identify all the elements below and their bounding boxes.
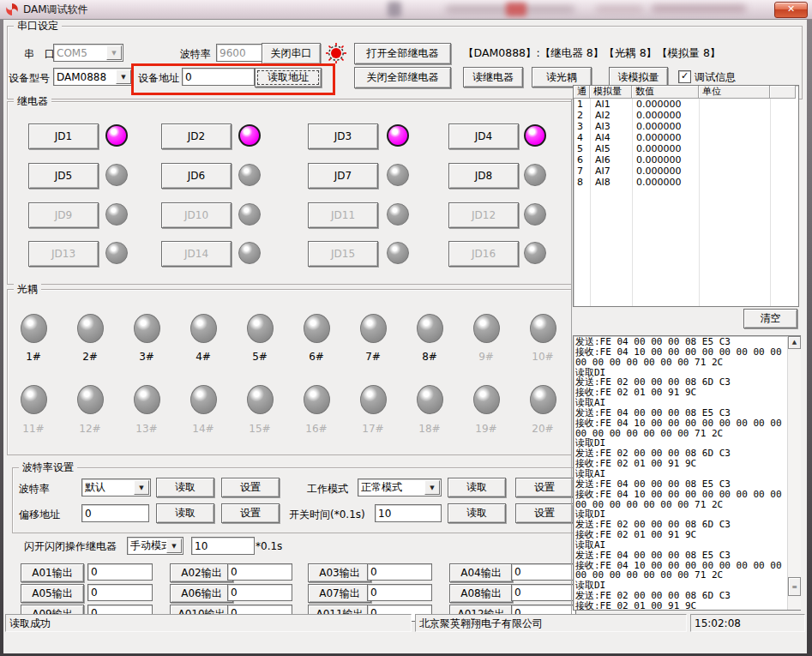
chevron-down-icon[interactable]: ▼ (166, 539, 182, 553)
output-input-A06[interactable]: 0 (227, 584, 292, 601)
chevron-down-icon[interactable]: ▼ (424, 480, 440, 495)
switch-set-button[interactable]: 设置 (515, 503, 574, 523)
analog-value: 0.000000 (636, 166, 682, 177)
flash-time-input[interactable]: 10 (191, 537, 255, 555)
analog-name: AI8 (595, 177, 611, 188)
analog-col-header[interactable]: 通 (574, 86, 590, 99)
output-button-A02[interactable]: A02输出 (170, 563, 233, 582)
output-input-A08[interactable]: 0 (511, 584, 576, 601)
analog-col-header[interactable]: 数值 (632, 86, 699, 99)
relay-button-jd13[interactable]: JD13 (28, 241, 99, 267)
read-address-button[interactable]: 读取地址 (255, 68, 322, 87)
analog-channel: 3 (577, 121, 583, 132)
relay-led-jd13 (105, 242, 128, 264)
device-address-input[interactable]: 0 (182, 68, 255, 86)
port-select[interactable]: COM5▼ (53, 44, 123, 62)
output-button-A07[interactable]: A07输出 (308, 584, 371, 603)
opto-led-17 (360, 385, 387, 414)
relay-button-jd6[interactable]: JD6 (161, 163, 232, 189)
opto-led-4 (190, 314, 217, 343)
opto-label-16: 16# (303, 423, 330, 435)
relay-button-jd4[interactable]: JD4 (448, 123, 519, 149)
workmode-read-button[interactable]: 读取 (448, 478, 506, 497)
output-button-A01[interactable]: A01输出 (21, 563, 84, 582)
scroll-up-icon[interactable]: ▲ (788, 336, 801, 349)
offset-set-button[interactable]: 设置 (221, 503, 280, 523)
relay-button-jd9[interactable]: JD9 (28, 202, 99, 228)
status-time: 15:02:08 (690, 614, 805, 632)
clear-log-button[interactable]: 清空 (743, 309, 797, 328)
baudrate-set-button[interactable]: 设置 (221, 478, 280, 497)
output-button-A03[interactable]: A03输出 (308, 563, 371, 582)
relay-led-jd10 (238, 203, 261, 226)
opto-label-10: 10# (529, 351, 556, 363)
debug-info-checkbox[interactable]: ✓ (678, 70, 691, 83)
open-all-relays-button[interactable]: 打开全部继电器 (354, 43, 451, 64)
analog-value: 0.000000 (636, 110, 682, 121)
address-label: 设备地址 (138, 72, 179, 84)
relay-button-jd10[interactable]: JD10 (161, 202, 232, 228)
switch-time-input[interactable]: 10 (375, 504, 442, 522)
relay-button-jd8[interactable]: JD8 (448, 163, 519, 189)
relay-button-jd11[interactable]: JD11 (308, 202, 378, 228)
close-serial-button[interactable]: 关闭串口 (262, 43, 321, 64)
output-input-A05[interactable]: 0 (87, 584, 153, 601)
status-company: 北京聚英翱翔电子有限公司 (415, 614, 687, 632)
offset-read-button[interactable]: 读取 (156, 503, 214, 523)
output-button-A05[interactable]: A05输出 (21, 584, 84, 603)
offset-address-input[interactable]: 0 (81, 504, 149, 522)
relay-led-jd1 (105, 124, 128, 147)
opto-label-15: 15# (246, 423, 274, 435)
baudrate-select[interactable]: 默认▼ (81, 478, 151, 497)
output-input-A01[interactable]: 0 (87, 563, 153, 581)
output-button-A04[interactable]: A04输出 (449, 563, 513, 582)
chevron-down-icon[interactable]: ▼ (106, 45, 122, 60)
switch-read-button[interactable]: 读取 (448, 503, 506, 523)
output-button-A06[interactable]: A06输出 (170, 584, 233, 603)
close-button[interactable]: ✕ (774, 2, 808, 18)
output-input-A04[interactable]: 0 (511, 563, 576, 581)
output-button-A08[interactable]: A08输出 (449, 584, 513, 603)
analog-channel: 2 (577, 110, 583, 121)
analog-col-header[interactable] (770, 86, 796, 99)
offset-address-label: 偏移地址 (19, 509, 60, 521)
chevron-down-icon[interactable]: ▼ (116, 69, 131, 84)
relay-led-jd14 (238, 242, 261, 264)
scrollbar-thumb[interactable]: ≡ (788, 577, 801, 596)
flash-mode-select[interactable]: 手动模式▼ (127, 537, 183, 555)
opto-group: 光耦 1#2#3#4#5#6#7#8#9#10#11#12#13#14#15#1… (7, 289, 572, 455)
relay-button-jd12[interactable]: JD12 (448, 202, 519, 228)
analog-name: AI6 (595, 154, 611, 166)
relay-button-jd15[interactable]: JD15 (308, 241, 378, 267)
analog-col-header[interactable]: 模拟量 (590, 86, 632, 99)
relay-button-jd14[interactable]: JD14 (161, 241, 232, 267)
flash-mode-value: 手动模式 (130, 539, 171, 553)
relay-led-jd9 (105, 203, 128, 226)
close-all-relays-button[interactable]: 关闭全部继电器 (354, 67, 451, 88)
model-select[interactable]: DAM0888▼ (53, 68, 133, 86)
relay-button-jd16[interactable]: JD16 (448, 241, 519, 267)
log-textarea[interactable]: 发送:FE 04 00 00 00 08 E5 C3接收:FE 04 10 00… (573, 335, 801, 611)
relay-button-jd2[interactable]: JD2 (161, 123, 232, 149)
output-input-A03[interactable]: 0 (367, 563, 432, 581)
log-scrollbar[interactable]: ▲ ≡ (787, 336, 801, 610)
read-relays-button[interactable]: 读继电器 (463, 67, 523, 87)
analog-name: AI3 (595, 121, 611, 132)
table-row: 4AI40.000000 (574, 132, 798, 143)
relay-button-jd3[interactable]: JD3 (308, 123, 378, 149)
opto-led-14 (190, 385, 217, 414)
output-input-A02[interactable]: 0 (227, 563, 292, 581)
workmode-set-button[interactable]: 设置 (515, 478, 574, 497)
table-row: 3AI30.000000 (574, 121, 798, 132)
serial-open-led-icon (325, 42, 347, 64)
workmode-select[interactable]: 正常模式▼ (358, 478, 442, 497)
titlebar-blur-decoration (388, 2, 401, 17)
output-input-A07[interactable]: 0 (367, 584, 432, 601)
workmode-value: 正常模式 (361, 480, 402, 495)
analog-col-header[interactable]: 单位 (699, 86, 770, 99)
relay-button-jd1[interactable]: JD1 (28, 123, 99, 149)
baudrate-read-button[interactable]: 读取 (156, 478, 214, 497)
relay-button-jd7[interactable]: JD7 (308, 163, 378, 189)
relay-button-jd5[interactable]: JD5 (28, 163, 99, 189)
chevron-down-icon[interactable]: ▼ (134, 480, 149, 495)
